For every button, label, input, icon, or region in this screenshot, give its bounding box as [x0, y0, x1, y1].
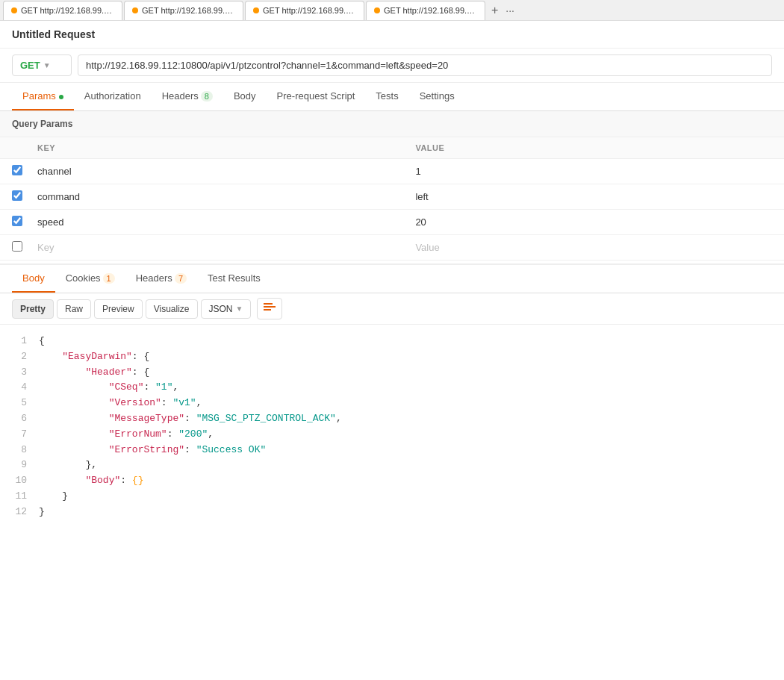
resp-tab-body-label: Body [22, 272, 45, 284]
url-input[interactable] [78, 54, 772, 76]
method-select[interactable]: GET ▼ [12, 54, 72, 76]
json-code-area: 1{2 "EasyDarwin": {3 "Header": {4 "CSeq"… [0, 325, 784, 529]
format-select[interactable]: JSON ▼ [201, 299, 252, 319]
headers-badge: 8 [201, 91, 213, 102]
tab-headers[interactable]: Headers8 [152, 83, 223, 110]
placeholder-value[interactable]: Value [406, 235, 784, 261]
tab-params[interactable]: Params [12, 83, 74, 110]
line-number: 9 [12, 458, 27, 473]
code-line: 4 "CSeq": "1", [12, 380, 772, 396]
code-line: 3 "Header": { [12, 365, 772, 381]
placeholder-key-text: Key [37, 242, 54, 253]
tab-pre-request[interactable]: Pre-request Script [267, 83, 366, 110]
tab-label-3: GET http://192.168.99.112:10800/ap... [263, 6, 356, 15]
code-line: 7 "ErrorNum": "200", [12, 427, 772, 443]
line-number: 4 [12, 380, 27, 396]
svg-rect-2 [264, 309, 271, 311]
preview-button[interactable]: Preview [94, 299, 143, 319]
tab-label-1: GET http://192.168.99.112:10800/ap... [21, 6, 114, 15]
new-tab-button[interactable]: + [487, 4, 503, 17]
tab-settings[interactable]: Settings [409, 83, 465, 110]
code-line: 12} [12, 505, 772, 520]
tab-tests[interactable]: Tests [365, 83, 408, 110]
resp-tab-test-results[interactable]: Test Results [197, 265, 271, 293]
line-content: "CSeq": "1", [39, 380, 772, 396]
resp-headers-badge: 7 [175, 273, 187, 284]
method-label: GET [20, 60, 40, 71]
tab-authorization-label: Authorization [84, 90, 141, 102]
line-number: 12 [12, 505, 27, 520]
row-key-1: channel [28, 159, 406, 184]
resp-tab-test-results-label: Test Results [208, 272, 261, 284]
line-number: 8 [12, 443, 27, 458]
line-content: "ErrorString": "Success OK" [39, 443, 772, 458]
code-line: 1{ [12, 334, 772, 349]
code-line: 6 "MessageType": "MSG_SC_PTZ_CONTROL_ACK… [12, 411, 772, 427]
visualize-button[interactable]: Visualize [146, 299, 198, 319]
tab-dot-1 [11, 7, 17, 13]
line-number: 3 [12, 365, 27, 381]
row-value-3: 20 [406, 210, 784, 235]
placeholder-key[interactable]: Key [28, 235, 406, 261]
raw-button[interactable]: Raw [57, 299, 91, 319]
chevron-down-icon: ▼ [236, 305, 243, 313]
request-title: Untitled Request [0, 21, 784, 49]
line-number: 1 [12, 334, 27, 349]
browser-tab-2[interactable]: GET http://192.168.99.112:10800/ap... [124, 1, 243, 20]
wrap-button[interactable] [257, 298, 282, 319]
row-key-2: command [28, 184, 406, 210]
browser-tab-1[interactable]: GET http://192.168.99.112:10800/ap... [3, 1, 122, 20]
code-line: 8 "ErrorString": "Success OK" [12, 443, 772, 458]
row-key-3: speed [28, 210, 406, 235]
browser-tab-4[interactable]: GET http://192.168.99.112:10800/ap... [366, 1, 485, 20]
tab-dot-3 [253, 7, 259, 13]
pretty-button[interactable]: Pretty [12, 299, 54, 319]
col-value-header: VALUE [406, 137, 784, 159]
table-row: speed 20 [0, 210, 784, 235]
tab-settings-label: Settings [420, 90, 455, 102]
response-toolbar: Pretty Raw Preview Visualize JSON ▼ [0, 293, 784, 325]
resp-tab-body[interactable]: Body [12, 265, 55, 293]
line-content: } [39, 505, 772, 520]
tab-pre-request-label: Pre-request Script [277, 90, 355, 102]
response-tabs: Body Cookies1 Headers7 Test Results [0, 263, 784, 293]
line-content: "Version": "v1", [39, 396, 772, 411]
params-dot [59, 95, 63, 99]
more-tabs-button[interactable]: ··· [503, 4, 517, 16]
table-row: command left [0, 184, 784, 210]
params-table: KEY VALUE channel 1 command left speed 2… [0, 137, 784, 261]
chevron-down-icon: ▼ [43, 61, 51, 69]
tab-dot-4 [374, 7, 380, 13]
code-line: 2 "EasyDarwin": { [12, 349, 772, 365]
resp-tab-cookies[interactable]: Cookies1 [55, 265, 125, 293]
row-checkbox-3[interactable] [12, 216, 22, 226]
request-tabs: Params Authorization Headers8 Body Pre-r… [0, 83, 784, 111]
line-number: 10 [12, 473, 27, 489]
wrap-icon [264, 302, 276, 313]
resp-tab-cookies-label: Cookies [66, 272, 101, 284]
row-value-1: 1 [406, 159, 784, 184]
browser-tab-3[interactable]: GET http://192.168.99.112:10800/ap... [245, 1, 364, 20]
line-content: } [39, 489, 772, 505]
tab-label-2: GET http://192.168.99.112:10800/ap... [142, 6, 235, 15]
line-content: }, [39, 458, 772, 473]
placeholder-checkbox[interactable] [12, 241, 22, 252]
tab-authorization[interactable]: Authorization [74, 83, 152, 110]
col-checkbox [0, 137, 28, 159]
row-checkbox-2[interactable] [12, 190, 22, 201]
query-params-section-title: Query Params [0, 111, 784, 137]
resp-tab-headers[interactable]: Headers7 [125, 265, 197, 293]
row-checkbox-1[interactable] [12, 165, 22, 175]
placeholder-value-text: Value [415, 242, 439, 253]
code-line: 5 "Version": "v1", [12, 396, 772, 411]
svg-rect-1 [264, 306, 276, 308]
browser-tabs-bar: GET http://192.168.99.112:10800/ap... GE… [0, 0, 784, 21]
code-line: 10 "Body": {} [12, 473, 772, 489]
resp-tab-headers-label: Headers [136, 272, 172, 284]
table-row: channel 1 [0, 159, 784, 184]
placeholder-checkbox-cell [0, 235, 28, 261]
svg-rect-0 [264, 303, 273, 305]
line-number: 7 [12, 427, 27, 443]
tab-body[interactable]: Body [223, 83, 267, 110]
tab-dot-2 [132, 7, 138, 13]
